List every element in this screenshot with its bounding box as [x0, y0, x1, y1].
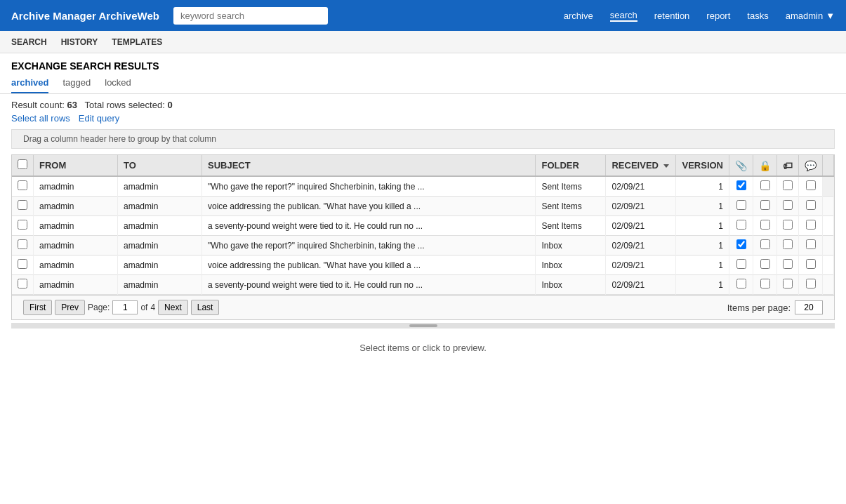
tab-tagged[interactable]: tagged [62, 77, 91, 93]
row-comment-checkbox[interactable] [799, 197, 823, 216]
lock-checkbox[interactable] [760, 239, 770, 249]
row-checkbox-cell[interactable] [12, 236, 34, 256]
col-folder[interactable]: FOLDER [536, 155, 606, 176]
flag-checkbox[interactable] [783, 279, 793, 289]
col-lock[interactable]: 🔒 [753, 155, 777, 176]
row-lock-checkbox[interactable] [753, 256, 777, 275]
row-flag-checkbox[interactable] [777, 256, 799, 275]
tab-archived[interactable]: archived [11, 77, 48, 93]
col-from[interactable]: FROM [34, 155, 118, 176]
subnav-templates[interactable]: TEMPLATES [112, 32, 162, 53]
page-number-input[interactable] [112, 300, 138, 314]
row-subject[interactable]: "Who gave the report?" inquired Shcherbi… [202, 236, 536, 256]
select-all-rows-link[interactable]: Select all rows [11, 113, 70, 124]
row-attachment-checkbox[interactable] [729, 197, 753, 216]
row-comment-checkbox[interactable] [799, 275, 823, 295]
nav-amadmin[interactable]: amadmin ▼ [786, 11, 835, 21]
col-received[interactable]: RECEIVED [606, 155, 676, 176]
row-subject[interactable]: voice addressing the publican. "What hav… [202, 197, 536, 216]
attachment-checkbox[interactable] [736, 180, 746, 190]
attachment-checkbox[interactable] [736, 220, 746, 230]
row-flag-checkbox[interactable] [777, 236, 799, 256]
comment-checkbox[interactable] [806, 279, 816, 289]
next-page-button[interactable]: Next [158, 300, 188, 315]
row-comment-checkbox[interactable] [799, 236, 823, 256]
col-comment[interactable]: 💬 [799, 155, 823, 176]
first-page-button[interactable]: First [23, 300, 52, 315]
col-to[interactable]: TO [118, 155, 202, 176]
row-checkbox-cell[interactable] [12, 176, 34, 197]
row-flag-checkbox[interactable] [777, 176, 799, 197]
select-all-checkbox-header[interactable] [12, 155, 34, 176]
last-page-button[interactable]: Last [191, 300, 220, 315]
col-attachment[interactable]: 📎 [729, 155, 753, 176]
lock-checkbox[interactable] [760, 259, 770, 269]
row-subject[interactable]: a seventy-pound weight were tied to it. … [202, 216, 536, 236]
flag-checkbox[interactable] [783, 180, 793, 190]
nav-retention[interactable]: retention [654, 11, 690, 21]
nav-report[interactable]: report [706, 11, 730, 21]
row-attachment-checkbox[interactable] [729, 275, 753, 295]
row-attachment-checkbox[interactable] [729, 236, 753, 256]
attachment-checkbox[interactable] [736, 200, 746, 210]
comment-checkbox[interactable] [806, 259, 816, 269]
attachment-checkbox[interactable] [736, 259, 746, 269]
nav-search[interactable]: search [610, 10, 637, 22]
row-comment-checkbox[interactable] [799, 216, 823, 236]
row-checkbox-cell[interactable] [12, 216, 34, 236]
flag-checkbox[interactable] [783, 200, 793, 210]
lock-checkbox[interactable] [760, 279, 770, 289]
nav-archive[interactable]: archive [564, 11, 593, 21]
comment-checkbox[interactable] [806, 220, 816, 230]
row-subject[interactable]: voice addressing the publican. "What hav… [202, 256, 536, 275]
row-attachment-checkbox[interactable] [729, 176, 753, 197]
flag-checkbox[interactable] [783, 220, 793, 230]
splitter[interactable] [11, 323, 835, 329]
row-flag-checkbox[interactable] [777, 197, 799, 216]
lock-checkbox[interactable] [760, 200, 770, 210]
comment-checkbox[interactable] [806, 239, 816, 249]
col-version[interactable]: VERSION [676, 155, 729, 176]
row-subject[interactable]: a seventy-pound weight were tied to it. … [202, 275, 536, 295]
attachment-checkbox[interactable] [736, 279, 746, 289]
row-lock-checkbox[interactable] [753, 197, 777, 216]
col-flag[interactable]: 🏷 [777, 155, 799, 176]
row-comment-checkbox[interactable] [799, 256, 823, 275]
row-attachment-checkbox[interactable] [729, 256, 753, 275]
lock-checkbox[interactable] [760, 180, 770, 190]
comment-checkbox[interactable] [806, 180, 816, 190]
row-checkbox[interactable] [18, 200, 27, 210]
row-lock-checkbox[interactable] [753, 216, 777, 236]
row-checkbox-cell[interactable] [12, 197, 34, 216]
lock-checkbox[interactable] [760, 220, 770, 230]
subnav-history[interactable]: HISTORY [61, 32, 98, 53]
row-checkbox[interactable] [18, 279, 27, 289]
comment-checkbox[interactable] [806, 200, 816, 210]
row-checkbox-cell[interactable] [12, 275, 34, 295]
row-checkbox-cell[interactable] [12, 256, 34, 275]
items-per-page-input[interactable] [795, 300, 823, 314]
row-lock-checkbox[interactable] [753, 176, 777, 197]
row-comment-checkbox[interactable] [799, 176, 823, 197]
prev-page-button[interactable]: Prev [55, 300, 85, 315]
flag-checkbox[interactable] [783, 239, 793, 249]
edit-query-link[interactable]: Edit query [79, 113, 120, 124]
subnav-search[interactable]: SEARCH [11, 32, 47, 53]
keyword-search-input[interactable] [173, 7, 328, 25]
row-flag-checkbox[interactable] [777, 275, 799, 295]
row-flag-checkbox[interactable] [777, 216, 799, 236]
attachment-checkbox[interactable] [736, 239, 746, 249]
row-checkbox[interactable] [18, 259, 27, 269]
tab-locked[interactable]: locked [105, 77, 131, 93]
row-attachment-checkbox[interactable] [729, 216, 753, 236]
row-checkbox[interactable] [18, 180, 27, 190]
row-subject[interactable]: "Who gave the report?" inquired Shcherbi… [202, 176, 536, 197]
col-subject[interactable]: SUBJECT [202, 155, 536, 176]
row-checkbox[interactable] [18, 220, 27, 230]
select-all-checkbox[interactable] [18, 159, 27, 169]
row-lock-checkbox[interactable] [753, 275, 777, 295]
row-checkbox[interactable] [18, 239, 27, 249]
row-lock-checkbox[interactable] [753, 236, 777, 256]
flag-checkbox[interactable] [783, 259, 793, 269]
nav-tasks[interactable]: tasks [747, 11, 768, 21]
